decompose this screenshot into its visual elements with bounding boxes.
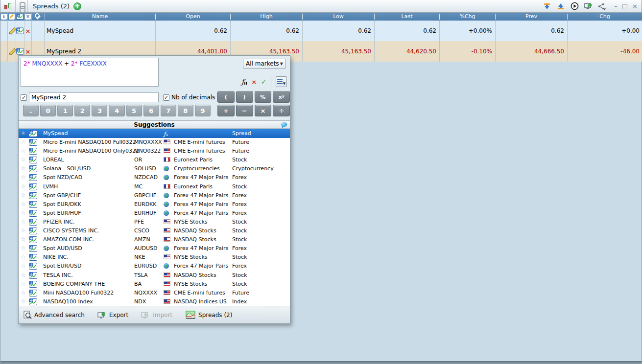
key-%[interactable]: % <box>255 91 272 103</box>
star-icon[interactable]: ☆ <box>21 209 26 216</box>
add-spread-button[interactable]: + <box>73 2 81 10</box>
suggestion-row[interactable]: ☆ + NIKE INC. NKE NYSE Stocks Stock <box>19 253 290 262</box>
star-icon[interactable]: ☆ <box>21 272 26 278</box>
screen-export-icon[interactable] <box>584 2 593 11</box>
star-icon[interactable]: ☆ <box>21 138 26 145</box>
key-0[interactable]: 0 <box>40 105 56 116</box>
list-mode-button[interactable]: ▼ <box>276 76 287 87</box>
column-header-last[interactable]: Last <box>375 14 440 20</box>
add-chart-icon[interactable]: + <box>16 13 24 21</box>
star-icon[interactable]: ☆ <box>21 289 26 296</box>
spread-name-input[interactable] <box>29 92 159 102</box>
add-chart-icon[interactable]: + <box>29 219 37 227</box>
delete-row-icon[interactable]: × <box>24 21 32 41</box>
add-chart-icon[interactable]: + <box>29 210 37 218</box>
key-3[interactable]: 3 <box>92 105 107 116</box>
markets-dropdown[interactable]: All markets ▼ <box>243 59 286 68</box>
add-chart-icon[interactable]: + <box>29 281 37 289</box>
add-chart-icon[interactable]: + <box>29 272 37 280</box>
add-chart-icon[interactable]: + <box>29 130 37 138</box>
suggestion-row[interactable]: ☆ + AMAZON.COM INC. AMZN NASDAQ Stocks S… <box>19 235 290 244</box>
column-header-name[interactable]: Name <box>45 14 156 20</box>
add-chart-icon[interactable]: + <box>29 174 37 182</box>
suggestion-row[interactable]: ☆ + LOREAL OR Euronext Paris Stock <box>19 156 290 164</box>
star-icon[interactable]: ☆ <box>21 262 26 269</box>
delete-icon[interactable]: × <box>24 13 32 21</box>
suggestion-row[interactable]: ☆ + BOEING COMPANY THE BA NYSE Stocks St… <box>19 280 290 289</box>
key-8[interactable]: 8 <box>178 105 193 116</box>
column-header-pchg[interactable]: %Chg <box>440 14 496 20</box>
add-chart-icon[interactable]: + <box>29 254 37 262</box>
add-chart-icon[interactable]: + <box>29 148 37 156</box>
star-icon[interactable]: ☆ <box>21 165 26 172</box>
column-header-low[interactable]: Low <box>303 14 375 20</box>
key-([interactable]: ( <box>217 91 235 103</box>
suggestion-row[interactable]: ☆ + Spot EUR/DKK EURDKK Forex 47 Major P… <box>19 200 290 209</box>
decimals-checkbox[interactable]: ✓ <box>163 94 169 101</box>
formula-input[interactable]: 2* MNQXXXX + 2* FCEXXXX <box>21 58 159 87</box>
add-chart-icon[interactable]: + <box>29 157 37 165</box>
key-−[interactable]: − <box>236 105 253 116</box>
suggestion-row[interactable]: ☆ + CISCO SYSTEMS INC. CSCO NASDAQ Stock… <box>19 227 290 235</box>
suggestion-row[interactable]: ☆ + Micro E-mini NASDAQ100 Full0322 MNQX… <box>19 138 290 147</box>
window-tab-label[interactable]: Spreads (2) <box>33 2 70 10</box>
add-chart-icon[interactable]: + <box>29 192 37 201</box>
add-chart-icon[interactable]: + <box>29 139 37 147</box>
candlestick-icon[interactable] <box>0 0 16 12</box>
share-icon[interactable] <box>597 2 606 11</box>
key-5[interactable]: 5 <box>126 105 142 116</box>
key-)[interactable]: ) <box>236 91 253 103</box>
suggestion-row[interactable]: ☆ + NASDAQ100 Index NDX NASDAQ Indices U… <box>19 297 290 306</box>
suggestion-row[interactable]: ☆ + LVMH MC Euronext Paris Stock <box>19 182 290 191</box>
star-icon[interactable]: ☆ <box>21 298 26 305</box>
export-button[interactable]: Export <box>95 309 131 320</box>
minimize-button[interactable]: – <box>614 2 618 10</box>
key-1[interactable]: 1 <box>57 105 73 116</box>
add-chart-icon[interactable]: + <box>29 290 37 298</box>
star-icon[interactable]: ☆ <box>21 147 26 154</box>
fx-icon[interactable]: ƒ <box>241 78 247 86</box>
edit-icon[interactable] <box>8 13 16 21</box>
key-9[interactable]: 9 <box>195 105 211 116</box>
star-icon[interactable]: ☆ <box>21 201 26 207</box>
add-chart-icon[interactable]: + <box>29 165 37 174</box>
suggestion-row[interactable]: ☆ + Spot EUR/HUF EURHUF Forex 47 Major P… <box>19 209 290 218</box>
cancel-formula-icon[interactable]: × <box>251 78 257 86</box>
add-chart-icon[interactable]: + <box>29 245 37 253</box>
dock-up-icon[interactable] <box>556 2 565 11</box>
advanced-search-button[interactable]: Advanced search <box>21 309 88 320</box>
star-icon[interactable]: ☆ <box>21 183 26 190</box>
add-chart-icon[interactable]: + <box>29 201 37 209</box>
add-chart-row-icon[interactable]: + <box>16 21 24 41</box>
suggestion-row[interactable]: ☆ + Spot AUD/USD AUDUSD Forex 47 Major P… <box>19 244 290 253</box>
add-chart-icon[interactable]: + <box>29 298 37 306</box>
star-icon[interactable]: ☆ <box>21 227 26 234</box>
star-icon[interactable]: ☆ <box>21 245 26 251</box>
star-icon[interactable]: ☆ <box>21 192 26 199</box>
suggestion-row[interactable]: ★ + MySpead ƒₓ Spread <box>19 129 290 138</box>
play-icon[interactable] <box>570 2 579 11</box>
star-icon[interactable]: ☆ <box>21 156 26 163</box>
close-button[interactable]: × <box>632 2 638 10</box>
star-icon[interactable]: ☆ <box>21 218 26 225</box>
maximize-button[interactable]: □ <box>622 2 628 10</box>
suggestion-row[interactable]: ☆ + Solana - SOL/USD SOLUSD Cryptocurren… <box>19 164 290 173</box>
edit-row-icon[interactable] <box>8 21 16 41</box>
star-icon[interactable]: ☆ <box>21 236 26 243</box>
key-6[interactable]: 6 <box>143 105 159 116</box>
suggestion-row[interactable]: ☆ + Spot GBP/CHF GBPCHF Forex 47 Major P… <box>19 191 290 200</box>
star-icon[interactable]: ☆ <box>21 280 26 287</box>
suggestion-row[interactable]: ☆ + Micro E-mini NASDAQ100 Only0322 MNQ0… <box>19 147 290 156</box>
suggestion-row[interactable]: ☆ + Spot EUR/USD EURUSD Forex 47 Major P… <box>19 262 290 271</box>
dock-down-icon[interactable] <box>543 2 551 11</box>
key-÷[interactable]: ÷ <box>273 105 290 116</box>
suggestion-row[interactable]: ☆ + Mini NASDAQ100 Full0322 NQXXXX CME E… <box>19 289 290 297</box>
star-icon[interactable]: ★ <box>21 130 26 136</box>
key-×[interactable]: × <box>255 105 272 116</box>
name-checkbox[interactable]: ✓ <box>21 94 27 101</box>
link-icon[interactable] <box>16 0 28 12</box>
key-7[interactable]: 7 <box>161 105 176 116</box>
edit-row-icon[interactable] <box>8 41 16 62</box>
star-icon[interactable]: ☆ <box>21 253 26 260</box>
add-chart-icon[interactable]: + <box>29 236 37 245</box>
